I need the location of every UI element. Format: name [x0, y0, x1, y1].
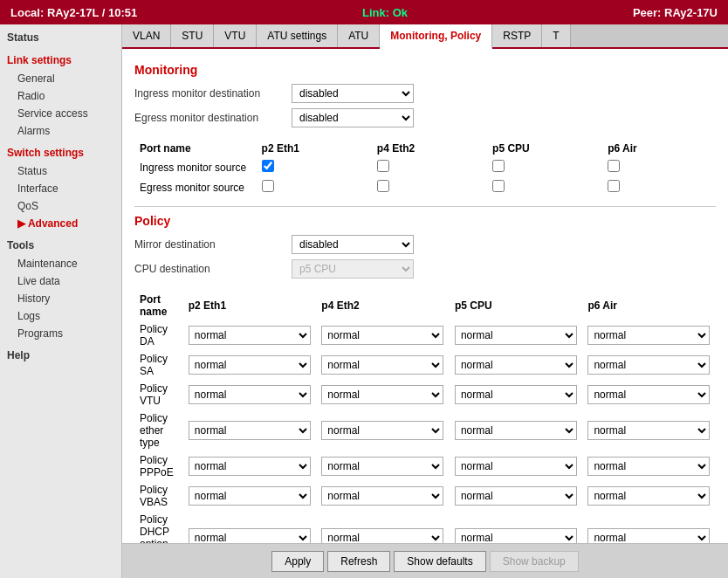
sidebar-item-radio[interactable]: Radio — [0, 87, 121, 105]
policy-select-6-1[interactable]: normalmirrortrapdiscard — [321, 528, 443, 543]
mirror-dest-select[interactable]: disabled p2 Eth1 p4 Eth2 p5 CPU p6 Air — [292, 235, 414, 254]
sidebar-section-link-settings: Link settings — [0, 51, 121, 70]
sidebar-item-advanced[interactable]: ▶ Advanced — [0, 215, 121, 232]
egress-dest-label: Egress monitor destination — [134, 112, 292, 124]
policy-select-1-0[interactable]: normalmirrortrapdiscard — [189, 355, 311, 375]
ingress-source-p4eth2[interactable] — [377, 160, 389, 172]
ingress-dest-select[interactable]: disabled p2 Eth1 p4 Eth2 p5 CPU p6 Air — [292, 84, 414, 103]
tab-vtu[interactable]: VTU — [214, 24, 257, 47]
local-label: Local: — [10, 6, 44, 19]
tab-rstp[interactable]: RSTP — [492, 24, 542, 47]
policy-select-1-2[interactable]: normalmirrortrapdiscard — [455, 355, 577, 375]
port-p6air-header: p6 Air — [602, 140, 716, 157]
ingress-source-p5cpu[interactable] — [492, 160, 505, 172]
egress-dest-row: Egress monitor destination disabled p2 E… — [134, 108, 716, 127]
tab-monitoring-policy[interactable]: Monitoring, Policy — [380, 24, 492, 49]
policy-select-4-2[interactable]: normalmirrortrapdiscard — [455, 457, 577, 476]
policy-p2eth1-header: p2 Eth1 — [183, 291, 317, 320]
link-label: Link: — [362, 6, 389, 19]
refresh-button[interactable]: Refresh — [327, 551, 390, 572]
policy-select-0-1[interactable]: normalmirrortrapdiscard — [321, 326, 443, 345]
egress-dest-select[interactable]: disabled p2 Eth1 p4 Eth2 p5 CPU p6 Air — [292, 108, 414, 127]
monitoring-title: Monitoring — [134, 63, 716, 77]
sidebar-item-logs[interactable]: Logs — [0, 307, 121, 325]
sidebar-item-qos[interactable]: QoS — [0, 197, 121, 215]
policy-select-5-3[interactable]: normalmirrortrapdiscard — [587, 486, 710, 506]
policy-select-4-3[interactable]: normalmirrortrapdiscard — [587, 457, 710, 476]
ingress-source-p6air[interactable] — [608, 160, 620, 172]
policy-select-0-0[interactable]: normalmirrortrapdiscard — [189, 326, 311, 345]
sidebar-item-live-data[interactable]: Live data — [0, 272, 121, 290]
policy-select-1-3[interactable]: normalmirrortrapdiscard — [587, 355, 710, 375]
sidebar-item-programs[interactable]: Programs — [0, 325, 121, 342]
policy-select-6-0[interactable]: normalmirrortrapdiscard — [189, 528, 311, 543]
policy-select-2-0[interactable]: normalmirrortrapdiscard — [189, 385, 311, 404]
policy-select-3-0[interactable]: normalmirrortrapdiscard — [189, 421, 311, 440]
policy-select-6-2[interactable]: normalmirrortrapdiscard — [455, 528, 577, 543]
policy-p4eth2-header: p4 Eth2 — [316, 291, 450, 320]
tab-atu-settings[interactable]: ATU settings — [257, 24, 338, 47]
layout: Status Link settings General Radio Servi… — [0, 24, 728, 578]
egress-source-p5cpu[interactable] — [492, 180, 505, 192]
policy-select-5-1[interactable]: normalmirrortrapdiscard — [321, 486, 443, 506]
policy-select-2-3[interactable]: normalmirrortrapdiscard — [587, 385, 710, 404]
policy-select-2-1[interactable]: normalmirrortrapdiscard — [321, 385, 443, 404]
egress-source-p6air[interactable] — [608, 180, 620, 192]
ingress-dest-label: Ingress monitor destination — [134, 87, 292, 100]
policy-select-3-2[interactable]: normalmirrortrapdiscard — [455, 421, 577, 440]
mirror-dest-label: Mirror destination — [134, 238, 292, 251]
policy-select-5-2[interactable]: normalmirrortrapdiscard — [455, 486, 577, 506]
port-p5cpu-header: p5 CPU — [487, 140, 602, 157]
policy-row-label: Policy VTU — [134, 380, 183, 409]
policy-row: Policy VTUnormalmirrortrapdiscardnormalm… — [134, 380, 716, 409]
footer: Apply Refresh Show defaults Show backup — [122, 543, 728, 578]
policy-select-1-1[interactable]: normalmirrortrapdiscard — [321, 355, 443, 375]
policy-select-4-0[interactable]: normalmirrortrapdiscard — [189, 457, 311, 476]
policy-select-3-3[interactable]: normalmirrortrapdiscard — [587, 421, 710, 440]
sidebar-item-general[interactable]: General — [0, 70, 121, 87]
egress-source-p2eth1[interactable] — [262, 180, 274, 192]
peer-label: Peer: — [633, 6, 662, 19]
policy-select-6-3[interactable]: normalmirrortrapdiscard — [587, 528, 710, 543]
policy-select-2-2[interactable]: normalmirrortrapdiscard — [455, 385, 577, 404]
policy-row-label: Policy VBAS — [134, 481, 183, 511]
sidebar-item-history[interactable]: History — [0, 290, 121, 307]
sidebar-item-interface[interactable]: Interface — [0, 180, 121, 197]
egress-source-row: Egress monitor source — [134, 177, 716, 197]
ingress-source-p2eth1[interactable] — [262, 160, 274, 172]
policy-row: Policy DHCP option 82normalmirrortrapdis… — [134, 511, 716, 543]
ingress-source-row: Ingress monitor source — [134, 157, 716, 177]
main-panel: VLAN STU VTU ATU settings ATU Monitoring… — [122, 24, 728, 578]
tab-stu[interactable]: STU — [171, 24, 214, 47]
tab-t[interactable]: T — [542, 24, 570, 47]
policy-select-5-0[interactable]: normalmirrortrapdiscard — [189, 486, 311, 506]
show-defaults-button[interactable]: Show defaults — [394, 551, 485, 572]
policy-row-label: Policy DHCP option 82 — [134, 511, 183, 543]
policy-port-table: Port name p2 Eth1 p4 Eth2 p5 CPU p6 Air … — [134, 291, 716, 543]
policy-port-name-header: Port name — [134, 291, 183, 320]
sidebar-item-service-access[interactable]: Service access — [0, 105, 121, 122]
sidebar-section-tools: Tools — [0, 236, 121, 255]
egress-source-p4eth2[interactable] — [377, 180, 389, 192]
policy-p5cpu-header: p5 CPU — [450, 291, 583, 320]
tab-atu[interactable]: ATU — [338, 24, 380, 47]
policy-row: Policy SAnormalmirrortrapdiscardnormalmi… — [134, 350, 716, 380]
cpu-dest-select[interactable]: p5 CPU — [292, 259, 414, 279]
sidebar-item-status[interactable]: Status — [0, 162, 121, 180]
policy-select-0-3[interactable]: normalmirrortrapdiscard — [587, 326, 710, 345]
policy-select-4-1[interactable]: normalmirrortrapdiscard — [321, 457, 443, 476]
cpu-dest-label: CPU destination — [134, 263, 292, 275]
policy-select-0-2[interactable]: normalmirrortrapdiscard — [455, 326, 577, 345]
policy-row: Policy VBASnormalmirrortrapdiscardnormal… — [134, 481, 716, 511]
policy-select-3-1[interactable]: normalmirrortrapdiscard — [321, 421, 443, 440]
sidebar-item-alarms[interactable]: Alarms — [0, 122, 121, 140]
apply-button[interactable]: Apply — [271, 551, 324, 572]
policy-p6air-header: p6 Air — [582, 291, 716, 320]
egress-source-label: Egress monitor source — [134, 177, 257, 197]
header-link: Link: Ok — [362, 6, 408, 19]
policy-row-label: Policy DA — [134, 320, 183, 350]
sidebar-section-switch-settings: Switch settings — [0, 143, 121, 162]
tab-vlan[interactable]: VLAN — [122, 24, 171, 47]
sidebar-item-maintenance[interactable]: Maintenance — [0, 255, 121, 272]
policy-row-label: Policy SA — [134, 350, 183, 380]
